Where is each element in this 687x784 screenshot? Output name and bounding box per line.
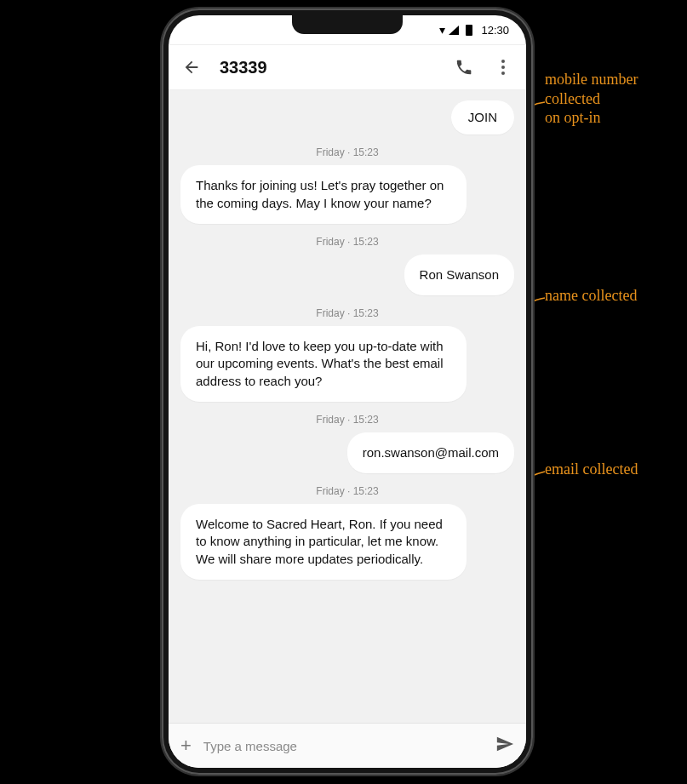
message-out-name: Ron Swanson xyxy=(180,255,514,295)
timestamp: Friday · 15:23 xyxy=(180,236,514,248)
timestamp: Friday · 15:23 xyxy=(180,146,514,158)
annotation-name: name collected xyxy=(545,286,637,306)
call-button[interactable] xyxy=(453,56,475,78)
message-bubble: ron.swanson@mail.com xyxy=(347,432,514,473)
status-time: 12:30 xyxy=(481,24,509,37)
message-in-3: Welcome to Sacred Heart, Ron. If you nee… xyxy=(180,504,514,580)
message-bubble: JOIN xyxy=(451,100,514,134)
more-options-button[interactable] xyxy=(492,56,514,78)
phone-screen: ▾ 12:30 33339 JOIN Friday · 15:23 Tha xyxy=(169,15,526,768)
send-icon xyxy=(495,735,514,753)
chat-thread[interactable]: JOIN Friday · 15:23 Thanks for joining u… xyxy=(169,90,526,723)
message-bubble: Ron Swanson xyxy=(404,255,514,295)
message-in-2: Hi, Ron! I'd love to keep you up-to-date… xyxy=(180,326,514,402)
message-bubble: Thanks for joining us! Let's pray togeth… xyxy=(180,165,467,224)
conversation-header: 33339 xyxy=(169,45,526,90)
timestamp: Friday · 15:23 xyxy=(180,414,514,426)
conversation-title: 33339 xyxy=(220,58,436,77)
phone-frame: ▾ 12:30 33339 JOIN Friday · 15:23 Tha xyxy=(162,9,533,775)
phone-notch xyxy=(292,15,403,34)
attach-button[interactable]: + xyxy=(180,736,192,755)
message-bubble: Welcome to Sacred Heart, Ron. If you nee… xyxy=(180,504,467,580)
signal-icon xyxy=(449,26,459,35)
timestamp: Friday · 15:23 xyxy=(180,307,514,319)
send-button[interactable] xyxy=(495,735,514,757)
phone-icon xyxy=(455,58,473,77)
annotation-email: email collected xyxy=(545,460,638,479)
back-button[interactable] xyxy=(180,56,203,78)
message-bubble: Hi, Ron! I'd love to keep you up-to-date… xyxy=(180,326,467,402)
wifi-icon: ▾ xyxy=(439,24,445,36)
back-arrow-icon xyxy=(182,58,201,77)
annotation-mobile-number: mobile number collected on opt-in xyxy=(545,70,638,128)
message-composer: + Type a message xyxy=(169,723,526,768)
timestamp: Friday · 15:23 xyxy=(180,485,514,497)
message-in-1: Thanks for joining us! Let's pray togeth… xyxy=(180,165,514,224)
message-input[interactable]: Type a message xyxy=(203,739,484,753)
battery-icon xyxy=(466,25,472,36)
message-out-join: JOIN xyxy=(180,100,514,134)
message-out-email: ron.swanson@mail.com xyxy=(180,432,514,473)
